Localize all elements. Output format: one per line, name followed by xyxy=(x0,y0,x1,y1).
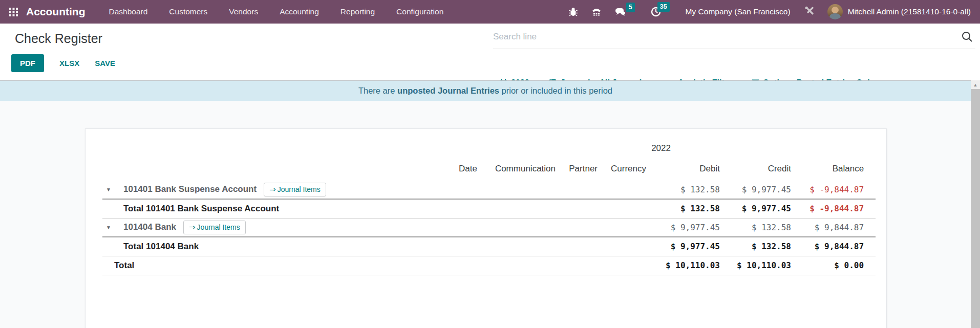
credit-amount: $ 132.58 xyxy=(720,218,791,237)
main-menu: Dashboard Customers Vendors Accounting R… xyxy=(109,7,444,16)
apps-grid-icon[interactable] xyxy=(9,8,18,16)
scroll-up-arrow-icon[interactable] xyxy=(971,80,980,89)
user-avatar[interactable] xyxy=(827,4,843,19)
journal-items-button[interactable]: ⇒Journal Items xyxy=(183,221,246,234)
col-balance: Balance xyxy=(791,161,876,180)
credit-amount: $ 10,110.03 xyxy=(720,256,791,275)
debit-amount: $ 132.58 xyxy=(646,180,720,199)
period-label: 2022 xyxy=(446,141,876,161)
total-label: Total 101401 Bank Suspense Account xyxy=(123,204,279,213)
debit-amount: $ 9,977.45 xyxy=(646,237,720,256)
menu-accounting[interactable]: Accounting xyxy=(280,7,319,16)
column-header-row: Date Communication Partner Currency Debi… xyxy=(102,161,876,180)
messages-icon[interactable]: 5 xyxy=(615,7,626,17)
report-card: 2022 Date Communication Partner Currency… xyxy=(85,128,887,328)
balance-amount: $ 9,844.87 xyxy=(791,218,876,237)
col-partner: Partner xyxy=(556,161,598,180)
grand-total-row: Total $ 10,110.03 $ 10,110.03 $ 0.00 xyxy=(102,256,876,275)
credit-amount: $ 132.58 xyxy=(720,237,791,256)
search-input[interactable] xyxy=(493,26,975,49)
developer-tools-icon[interactable] xyxy=(804,5,815,18)
xlsx-button[interactable]: XLSX xyxy=(59,59,79,68)
balance-amount: $ -9,844.87 xyxy=(791,199,876,218)
balance-amount: $ 0.00 xyxy=(791,256,876,275)
account-name: 101401 Bank Suspense Account xyxy=(123,184,257,193)
menu-reporting[interactable]: Reporting xyxy=(340,7,375,16)
arrow-right-icon: ⇒ xyxy=(269,185,276,193)
page-title: Check Register xyxy=(15,31,102,46)
control-panel: Check Register PDF XLSX SAVE 2022 xyxy=(0,24,980,80)
phone-keypad-icon[interactable] xyxy=(591,7,602,17)
col-debit: Debit xyxy=(646,161,720,180)
account-row: 101404 Bank⇒Journal Items $ 9,977.45 $ 1… xyxy=(102,218,876,237)
col-date: Date xyxy=(446,161,477,180)
bug-icon[interactable] xyxy=(568,7,578,17)
col-credit: Credit xyxy=(720,161,791,180)
report-actions: PDF XLSX SAVE xyxy=(11,54,115,72)
messages-badge: 5 xyxy=(626,3,635,12)
account-total-row: Total 101401 Bank Suspense Account $ 132… xyxy=(102,199,876,218)
debit-amount: $ 9,977.45 xyxy=(646,218,720,237)
period-header-row: 2022 xyxy=(102,141,876,161)
total-label: Total 101404 Bank xyxy=(123,242,199,251)
unposted-entries-banner: There are unposted Journal Entries prior… xyxy=(0,80,971,101)
grand-total-label: Total xyxy=(114,260,134,270)
menu-vendors[interactable]: Vendors xyxy=(229,7,258,16)
top-navbar: Accounting Dashboard Customers Vendors A… xyxy=(0,0,980,24)
account-row: 101401 Bank Suspense Account⇒Journal Ite… xyxy=(102,180,876,199)
search-bar xyxy=(493,26,975,49)
report-area: 2022 Date Communication Partner Currency… xyxy=(0,101,971,328)
collapse-caret-icon[interactable] xyxy=(102,184,123,193)
collapse-caret-icon[interactable] xyxy=(102,222,123,231)
debit-amount: $ 132.58 xyxy=(646,199,720,218)
menu-dashboard[interactable]: Dashboard xyxy=(109,7,148,16)
balance-amount: $ -9,844.87 xyxy=(791,180,876,199)
scrollbar-thumb[interactable] xyxy=(971,89,980,328)
col-communication: Communication xyxy=(477,161,556,180)
account-total-row: Total 101404 Bank $ 9,977.45 $ 132.58 $ … xyxy=(102,237,876,256)
app-title[interactable]: Accounting xyxy=(26,6,86,18)
search-icon[interactable] xyxy=(961,31,973,45)
debit-amount: $ 10,110.03 xyxy=(646,256,720,275)
menu-customers[interactable]: Customers xyxy=(169,7,207,16)
journal-items-button[interactable]: ⇒Journal Items xyxy=(264,183,326,196)
balance-amount: $ 9,844.87 xyxy=(791,237,876,256)
activities-badge: 35 xyxy=(657,2,670,12)
credit-amount: $ 9,977.45 xyxy=(720,199,791,218)
col-currency: Currency xyxy=(598,161,646,180)
menu-configuration[interactable]: Configuration xyxy=(396,7,443,16)
vertical-scrollbar[interactable] xyxy=(971,80,980,328)
arrow-right-icon: ⇒ xyxy=(189,223,196,231)
check-register-table: 2022 Date Communication Partner Currency… xyxy=(102,141,876,275)
pdf-button[interactable]: PDF xyxy=(11,54,44,72)
company-switcher[interactable]: My Company (San Francisco) xyxy=(686,7,791,16)
account-name: 101404 Bank xyxy=(123,222,176,231)
save-button[interactable]: SAVE xyxy=(95,59,115,68)
activities-clock-icon[interactable]: 35 xyxy=(651,7,661,17)
user-menu[interactable]: Mitchell Admin (21581410-16-0-all) xyxy=(848,7,971,16)
credit-amount: $ 9,977.45 xyxy=(720,180,791,199)
